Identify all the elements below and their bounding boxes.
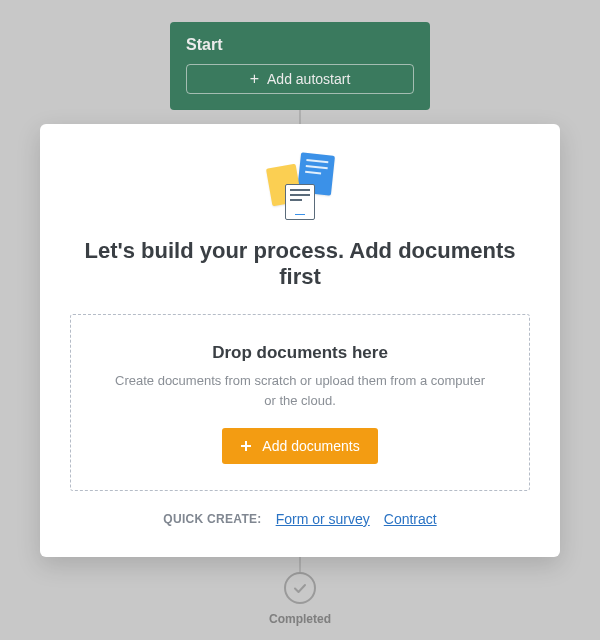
- documents-dropzone[interactable]: Drop documents here Create documents fro…: [70, 314, 530, 491]
- modal-title: Let's build your process. Add documents …: [70, 238, 530, 290]
- quick-create-row: QUICK CREATE: Form or survey Contract: [70, 511, 530, 527]
- dropzone-title: Drop documents here: [91, 343, 509, 363]
- documents-illustration: [70, 154, 530, 220]
- onboarding-modal: Let's build your process. Add documents …: [40, 124, 560, 557]
- quick-create-contract-link[interactable]: Contract: [384, 511, 437, 527]
- quick-create-form-link[interactable]: Form or survey: [276, 511, 370, 527]
- dropzone-subtitle: Create documents from scratch or upload …: [110, 371, 490, 410]
- plus-icon: [240, 440, 252, 452]
- add-documents-label: Add documents: [262, 438, 359, 454]
- add-documents-button[interactable]: Add documents: [222, 428, 377, 464]
- quick-create-label: QUICK CREATE:: [163, 512, 261, 526]
